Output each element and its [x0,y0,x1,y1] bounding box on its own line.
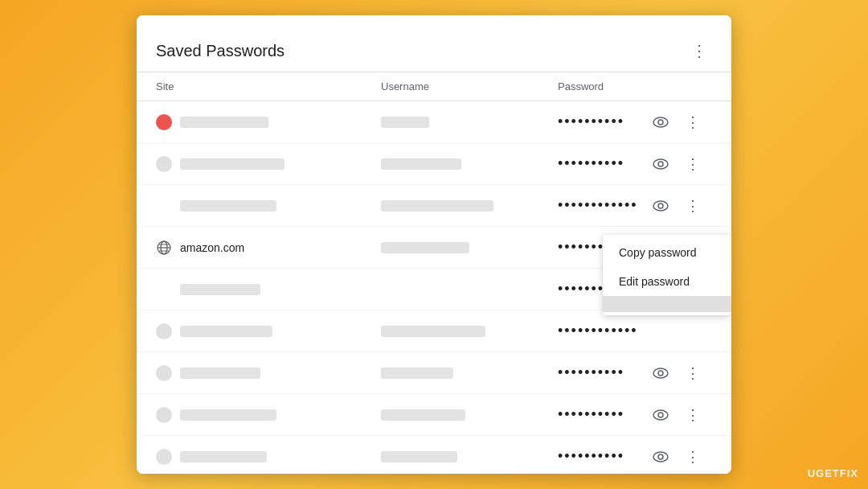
username-blurred [381,200,493,212]
col-username: Username [381,80,558,92]
row-more-button[interactable]: ⋮ [680,360,706,386]
site-name-blurred [180,200,276,212]
username-cell [381,242,558,253]
browser-panel: Saved Passwords ⋮ Site Username Password… [137,15,731,474]
site-name-blurred [180,117,268,128]
panel-title: Saved Passwords [156,42,285,60]
amazon-site-name: amazon.com [180,241,244,254]
watermark: UGETFIX [808,467,858,479]
svg-point-11 [653,368,668,378]
site-icon-grey [156,407,172,423]
site-icon-red [156,114,172,130]
site-cell [156,449,381,465]
password-dots: •••••••••• [558,448,648,465]
username-blurred [381,117,429,128]
header-more-icon[interactable]: ⋮ [686,38,712,64]
row-more-button[interactable]: ⋮ [680,193,706,219]
table-row: •••••••••• ⋮ [137,436,731,474]
site-name-blurred [180,326,272,337]
site-cell: amazon.com [156,240,381,256]
username-cell [381,368,558,379]
table-body: •••••••••• ⋮ •••••••••• ⋮ [137,101,731,474]
table-row: •••••••••• ⋮ [137,101,731,143]
username-cell [381,200,558,212]
row-more-button[interactable]: ⋮ Copy password Edit password [680,235,706,261]
password-dots: •••••••••••• [558,197,648,214]
username-cell [381,117,558,128]
show-password-icon[interactable] [648,360,674,386]
table-row: •••••••••• ⋮ [137,352,731,394]
show-password-icon[interactable] [648,193,674,219]
site-icon-globe [156,240,172,256]
site-icon-grey [156,365,172,381]
svg-point-15 [653,452,668,462]
password-dots: •••••••••••• [558,323,648,339]
svg-point-16 [658,454,663,459]
site-cell [156,281,381,298]
show-password-icon[interactable] [648,151,674,177]
table-row: •••••••••••• [137,310,731,352]
svg-point-3 [658,162,663,166]
site-icon-grey [156,156,172,172]
show-password-icon[interactable] [648,109,674,135]
password-dots: •••••••••• [558,113,648,130]
site-icon-grey [156,323,172,339]
site-name-blurred [180,451,267,462]
context-menu: Copy password Edit password [603,235,731,315]
site-name-blurred [180,158,285,170]
username-cell [381,409,558,421]
table-row: •••••••••• ⋮ [137,143,731,185]
site-name-blurred [180,409,276,421]
site-cell [156,407,381,423]
password-dots: •••••••••• [558,406,648,423]
username-cell [381,326,558,337]
username-blurred [381,158,461,170]
table-row: •••••••••• ⋮ [137,394,731,436]
table-header: Site Username Password [137,72,731,101]
svg-point-2 [653,159,668,169]
row-more-button[interactable]: ⋮ [680,109,706,135]
row-more-button[interactable]: ⋮ [680,151,706,177]
site-icon-none [156,198,172,214]
edit-password-item[interactable]: Edit password [603,267,731,296]
svg-point-4 [653,201,668,211]
svg-point-14 [658,413,663,417]
table-row: •••••••••••• ⋮ [137,185,731,227]
site-icon-grey [156,449,172,465]
col-site: Site [156,80,381,92]
site-cell [156,365,381,381]
col-password: Password [558,80,648,92]
username-blurred [381,409,465,421]
site-cell [156,114,381,130]
amazon-row: amazon.com •••••••••• ⋮ Copy password Ed… [137,227,731,269]
svg-point-0 [653,117,668,127]
site-name-blurred [180,368,260,379]
svg-point-13 [653,410,668,420]
site-icon-none [156,281,172,298]
panel-header: Saved Passwords ⋮ [137,15,731,72]
username-cell [381,158,558,170]
site-name-blurred [180,284,260,295]
svg-point-5 [658,203,663,208]
username-cell [381,451,558,462]
svg-point-12 [658,371,663,376]
username-blurred [381,451,457,462]
password-dots: •••••••••• [558,155,648,172]
password-dots: •••••••••• [558,364,648,381]
svg-point-1 [658,120,663,125]
row-more-button[interactable]: ⋮ [680,402,706,428]
site-cell [156,323,381,339]
row-more-button[interactable]: ⋮ [680,444,706,470]
copy-password-item[interactable]: Copy password [603,238,731,267]
site-cell [156,198,381,214]
username-blurred [381,326,485,337]
show-password-icon[interactable] [648,402,674,428]
show-password-icon[interactable] [648,444,674,470]
remove-item[interactable] [603,296,731,312]
site-cell [156,156,381,172]
username-blurred [381,368,453,379]
username-blurred [381,242,469,253]
